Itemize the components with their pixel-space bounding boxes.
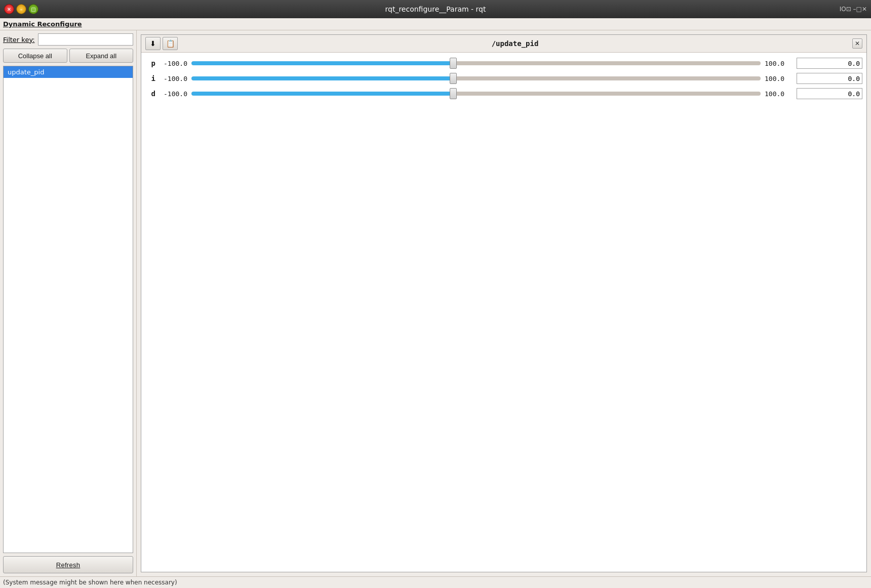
- app-title: Dynamic Reconfigure: [3, 20, 82, 28]
- slider-track-p: [191, 61, 761, 65]
- tree-item-label: update_pid: [8, 68, 44, 76]
- load-button[interactable]: 📋: [163, 37, 178, 50]
- main-window: Dynamic Reconfigure Filter key: Collapse…: [0, 18, 871, 588]
- slider-track-i: [191, 76, 761, 80]
- titlebar-right-icons: IO⊡ –□✕: [840, 6, 867, 13]
- expand-all-button[interactable]: Expand all: [69, 49, 134, 63]
- refresh-label: Refresh: [56, 561, 81, 569]
- param-max-p: 100.0: [765, 60, 793, 67]
- refresh-button[interactable]: Refresh: [3, 556, 133, 573]
- slider-fill-i: [191, 76, 453, 80]
- app-bar: Dynamic Reconfigure: [0, 18, 871, 30]
- left-panel: Filter key: Collapse all Expand all upda…: [0, 30, 137, 576]
- minimize-icon: –: [20, 7, 23, 12]
- maximize-window-button[interactable]: □: [28, 4, 38, 14]
- param-min-d: -100.0: [160, 90, 187, 98]
- button-row: Collapse all Expand all: [3, 49, 133, 63]
- close-icon: ✕: [7, 7, 11, 12]
- filter-label: Filter key:: [3, 36, 35, 44]
- slider-container-p[interactable]: [191, 58, 761, 69]
- param-max-i: 100.0: [765, 75, 793, 82]
- tree-item-update-pid[interactable]: update_pid: [4, 66, 133, 78]
- window-title: rqt_reconfigure__Param - rqt: [385, 5, 486, 13]
- filter-row: Filter key:: [3, 33, 133, 46]
- param-panel-title: /update_pid: [180, 39, 850, 48]
- close-icon: ✕: [855, 40, 860, 47]
- slider-container-i[interactable]: [191, 73, 761, 84]
- maximize-icon: □: [31, 7, 35, 12]
- status-message: (System message might be shown here when…: [3, 579, 177, 586]
- save-icon: ⬇: [150, 39, 156, 48]
- close-window-button[interactable]: ✕: [4, 4, 14, 14]
- param-name-p: p: [145, 59, 155, 67]
- param-panel: ⬇ 📋 /update_pid ✕ p -100.0: [141, 34, 867, 572]
- status-bar: (System message might be shown here when…: [0, 576, 871, 588]
- minimize-window-button[interactable]: –: [16, 4, 26, 14]
- slider-fill-p: [191, 61, 453, 65]
- tree-area: update_pid: [3, 66, 133, 553]
- load-icon: 📋: [166, 39, 175, 48]
- collapse-all-button[interactable]: Collapse all: [3, 49, 67, 63]
- param-value-p[interactable]: [797, 58, 862, 69]
- content-area: Filter key: Collapse all Expand all upda…: [0, 30, 871, 576]
- param-row-p: p -100.0 100.0: [145, 58, 862, 69]
- slider-fill-d: [191, 92, 453, 96]
- param-row-i: i -100.0 100.0: [145, 73, 862, 84]
- slider-track-d: [191, 92, 761, 96]
- save-button[interactable]: ⬇: [145, 37, 161, 50]
- param-panel-close-button[interactable]: ✕: [852, 38, 862, 49]
- param-row-d: d -100.0 100.0: [145, 88, 862, 99]
- right-panel: ⬇ 📋 /update_pid ✕ p -100.0: [137, 30, 871, 576]
- expand-all-label: Expand all: [86, 52, 116, 60]
- param-min-i: -100.0: [160, 75, 187, 82]
- param-rows: p -100.0 100.0 i: [141, 53, 866, 104]
- titlebar-right-controls: IO⊡ –□✕: [840, 6, 867, 13]
- slider-thumb-i[interactable]: [450, 73, 457, 84]
- param-min-p: -100.0: [160, 60, 187, 67]
- param-value-d[interactable]: [797, 88, 862, 99]
- collapse-all-label: Collapse all: [18, 52, 52, 60]
- window-controls: ✕ – □: [4, 4, 38, 14]
- param-name-d: d: [145, 90, 155, 98]
- param-panel-header: ⬇ 📋 /update_pid ✕: [141, 35, 866, 53]
- slider-container-d[interactable]: [191, 88, 761, 99]
- slider-thumb-d[interactable]: [450, 88, 457, 99]
- filter-input[interactable]: [38, 33, 133, 46]
- titlebar: ✕ – □ rqt_reconfigure__Param - rqt IO⊡ –…: [0, 0, 871, 18]
- param-value-i[interactable]: [797, 73, 862, 84]
- slider-thumb-p[interactable]: [450, 58, 457, 69]
- param-name-i: i: [145, 74, 155, 82]
- param-max-d: 100.0: [765, 90, 793, 98]
